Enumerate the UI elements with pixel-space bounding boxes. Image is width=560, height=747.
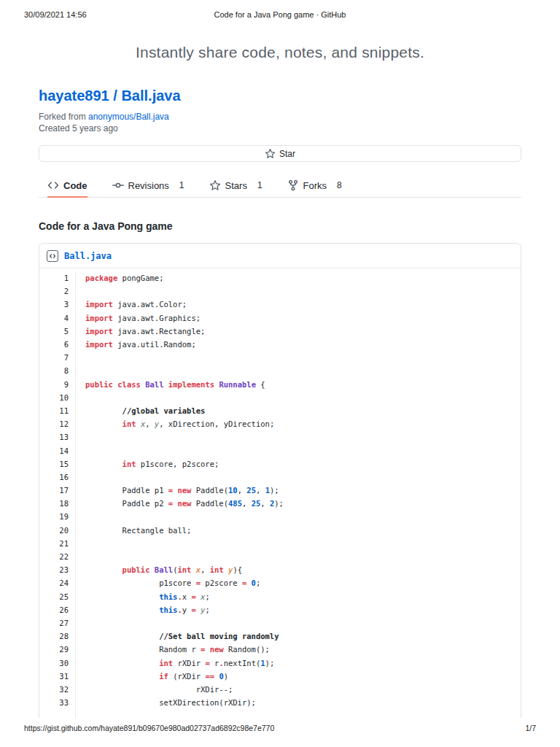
footer-url: https://gist.github.com/hayate891/b09670… xyxy=(24,724,274,732)
code-line: 29 Random r = new Random(); xyxy=(39,643,521,656)
code-text: import java.awt.Graphics; xyxy=(75,311,521,325)
line-number[interactable]: 24 xyxy=(39,578,75,587)
line-number[interactable]: 25 xyxy=(39,592,75,601)
line-number[interactable]: 10 xyxy=(39,393,75,402)
code-line: 4import java.awt.Graphics; xyxy=(39,311,521,325)
line-number[interactable]: 21 xyxy=(39,539,75,548)
code-text: //Set ball moving randomly xyxy=(75,630,521,643)
line-number[interactable]: 8 xyxy=(39,366,75,375)
file-box: Ball.java 1package pongGame;23import jav… xyxy=(39,243,521,718)
code-text xyxy=(75,351,521,364)
code-text xyxy=(75,550,521,563)
star-button[interactable]: Star xyxy=(39,145,521,162)
tab-revisions[interactable]: Revisions 1 xyxy=(112,179,184,198)
code-text: Paddle p2 = new Paddle(485, 25, 2); xyxy=(75,497,521,510)
line-number[interactable]: 5 xyxy=(39,327,75,336)
code-line: 8 xyxy=(39,364,521,377)
file-link[interactable]: Ball.java xyxy=(121,88,180,104)
line-number[interactable]: 4 xyxy=(39,314,75,322)
code-text: int p1score, p2score; xyxy=(75,457,521,471)
line-number[interactable]: 15 xyxy=(39,460,75,468)
code-text xyxy=(75,444,521,457)
tab-label: Forks xyxy=(303,180,327,191)
file-code-icon xyxy=(47,250,58,262)
code-text: public Ball(int x, int y){ xyxy=(75,563,521,576)
line-number[interactable]: 26 xyxy=(39,605,75,614)
commit-icon xyxy=(112,179,124,191)
file-name-link[interactable]: Ball.java xyxy=(64,251,112,261)
tab-count: 1 xyxy=(179,180,184,190)
line-number[interactable]: 14 xyxy=(39,446,75,455)
page: 30/09/2021 14:56 Code for a Java Pong ga… xyxy=(0,0,560,747)
line-number[interactable]: 31 xyxy=(39,672,75,681)
code-line: 14 xyxy=(39,444,521,457)
line-number[interactable]: 3 xyxy=(39,300,75,309)
code-line: 19 xyxy=(39,510,521,523)
line-number[interactable]: 20 xyxy=(39,526,75,535)
forked-from: Forked from anonymous/Ball.java xyxy=(39,111,521,123)
code-text: Paddle p1 = new Paddle(10, 25, 1); xyxy=(75,484,521,497)
code-line: 13 xyxy=(39,430,521,444)
code-text: package pongGame; xyxy=(75,271,521,285)
code-text: rXDir--; xyxy=(75,683,521,696)
code-line: 17 Paddle p1 = new Paddle(10, 25, 1); xyxy=(39,484,521,497)
code-text: public class Ball implements Runnable { xyxy=(75,378,521,391)
line-number[interactable]: 16 xyxy=(39,473,75,481)
line-number[interactable]: 12 xyxy=(39,419,75,428)
line-number[interactable]: 33 xyxy=(39,698,75,707)
line-number[interactable]: 30 xyxy=(39,659,75,667)
line-number[interactable]: 22 xyxy=(39,552,75,561)
line-number[interactable]: 17 xyxy=(39,486,75,495)
line-number[interactable]: 23 xyxy=(39,565,75,574)
file-header: Ball.java xyxy=(39,244,521,268)
code-line: 26 this.y = y; xyxy=(39,603,521,616)
line-number[interactable]: 28 xyxy=(39,632,75,640)
line-number[interactable]: 11 xyxy=(39,406,75,415)
fork-icon xyxy=(287,179,299,191)
star-icon xyxy=(265,148,276,159)
line-number[interactable]: 29 xyxy=(39,645,75,654)
code-text: Rectangle ball; xyxy=(75,524,521,537)
line-number[interactable]: 32 xyxy=(39,685,75,694)
code-text: if (rXDir == 0) xyxy=(75,670,521,683)
tab-stars[interactable]: Stars 1 xyxy=(209,179,262,198)
code-line: 10 xyxy=(39,391,521,404)
code-line: 21 xyxy=(39,537,521,550)
line-number[interactable]: 27 xyxy=(39,619,75,627)
tab-label: Revisions xyxy=(128,180,169,191)
code-line: 15 int p1score, p2score; xyxy=(39,457,521,471)
created-text: Created 5 years ago xyxy=(39,123,521,134)
code-text: import java.awt.Rectangle; xyxy=(75,325,521,338)
line-number[interactable]: 7 xyxy=(39,353,75,362)
tab-nav: Code Revisions 1 Stars 1 Forks 8 xyxy=(39,179,521,198)
tab-count: 8 xyxy=(337,180,342,190)
line-number[interactable]: 6 xyxy=(39,340,75,349)
code-line: 31 if (rXDir == 0) xyxy=(39,670,521,683)
star-button-label: Star xyxy=(279,149,295,159)
line-number[interactable]: 19 xyxy=(39,512,75,521)
tab-label: Stars xyxy=(225,180,247,191)
code-text: this.x = x; xyxy=(75,590,521,603)
line-number[interactable]: 2 xyxy=(39,287,75,295)
code-text xyxy=(75,285,521,298)
code-text xyxy=(75,616,521,630)
code-text: p1score = p2score = 0; xyxy=(75,576,521,589)
code-text: int x, y, xDirection, yDirection; xyxy=(75,417,521,430)
line-number[interactable]: 18 xyxy=(39,499,75,508)
line-number[interactable]: 1 xyxy=(39,274,75,282)
line-number[interactable]: 13 xyxy=(39,433,75,441)
code-line: 1package pongGame; xyxy=(39,271,521,285)
star-icon xyxy=(209,179,221,191)
gist-title: hayate891 / Ball.java xyxy=(39,86,521,105)
tab-forks[interactable]: Forks 8 xyxy=(287,179,342,198)
forked-from-link[interactable]: anonymous/Ball.java xyxy=(88,112,169,122)
code-text: //global variables xyxy=(75,404,521,417)
print-title: Code for a Java Pong game · GitHub xyxy=(0,10,560,19)
owner-link[interactable]: hayate891 xyxy=(39,88,109,104)
code-line: 11 //global variables xyxy=(39,404,521,417)
line-number[interactable]: 9 xyxy=(39,380,75,389)
code-line: 27 xyxy=(39,616,521,630)
code-line: 7 xyxy=(39,351,521,364)
tab-code[interactable]: Code xyxy=(47,179,88,198)
code-icon xyxy=(47,179,59,191)
